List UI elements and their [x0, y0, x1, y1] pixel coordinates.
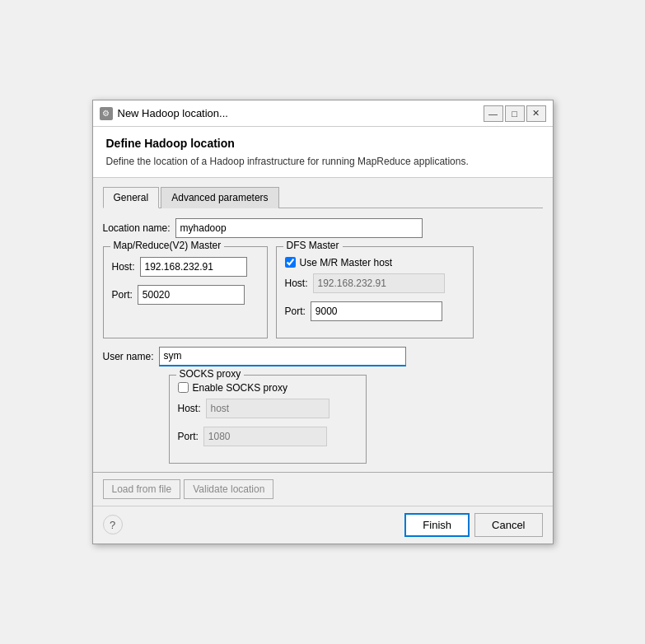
- socks-host-input[interactable]: [206, 399, 330, 418]
- socks-port-input[interactable]: [203, 427, 327, 446]
- username-input[interactable]: [159, 347, 406, 366]
- mr-master-group-title: Map/Reduce(V2) Master: [110, 240, 225, 251]
- mr-master-group: Map/Reduce(V2) Master Host: Port:: [103, 246, 268, 338]
- window-controls: — □ ✕: [484, 105, 546, 122]
- maximize-button[interactable]: □: [505, 105, 525, 122]
- use-mr-host-checkbox[interactable]: [285, 257, 296, 268]
- mr-host-row: Host:: [112, 257, 259, 277]
- dfs-port-input[interactable]: [311, 301, 442, 321]
- mr-host-input[interactable]: [140, 257, 247, 277]
- dialog-bottom: ? Finish Cancel: [93, 506, 553, 544]
- socks-port-row: Port:: [178, 427, 358, 446]
- dialog-header: Define Hadoop location Define the locati…: [93, 127, 553, 178]
- load-from-file-button[interactable]: Load from file: [103, 479, 181, 499]
- mr-port-row: Port:: [112, 285, 259, 305]
- mr-port-label: Port:: [112, 289, 133, 301]
- enable-socks-label: Enable SOCKS proxy: [193, 382, 287, 394]
- window-title: New Hadoop location...: [118, 107, 484, 119]
- cancel-button[interactable]: Cancel: [474, 513, 542, 537]
- dfs-host-label: Host:: [285, 278, 308, 289]
- minimize-button[interactable]: —: [484, 105, 503, 122]
- tab-bar: General Advanced parameters: [103, 186, 543, 208]
- dfs-host-row: Host:: [285, 273, 465, 293]
- socks-host-row: Host:: [178, 399, 358, 418]
- dfs-master-group: DFS Master Use M/R Master host Host: Por…: [276, 246, 474, 338]
- close-button[interactable]: ✕: [526, 105, 546, 122]
- finish-button[interactable]: Finish: [404, 513, 470, 537]
- use-mr-host-label: Use M/R Master host: [300, 257, 393, 268]
- app-icon: ⚙: [100, 107, 113, 120]
- dialog-body: General Advanced parameters Location nam…: [93, 178, 553, 472]
- location-name-input[interactable]: [175, 218, 423, 238]
- location-name-label: Location name:: [103, 222, 171, 234]
- title-bar: ⚙ New Hadoop location... — □ ✕: [93, 100, 553, 127]
- use-mr-host-row: Use M/R Master host: [285, 257, 465, 268]
- socks-proxy-group: SOCKS proxy Enable SOCKS proxy Host: Por…: [169, 375, 367, 464]
- socks-port-label: Port:: [178, 431, 199, 442]
- dialog-title: Define Hadoop location: [106, 137, 540, 150]
- masters-section: Map/Reduce(V2) Master Host: Port: DFS Ma…: [103, 246, 543, 338]
- help-button[interactable]: ?: [103, 515, 123, 534]
- dfs-host-input: [313, 273, 445, 293]
- mr-host-label: Host:: [112, 261, 135, 273]
- validate-location-button[interactable]: Validate location: [184, 479, 273, 499]
- action-buttons-row: Load from file Validate location: [93, 472, 553, 506]
- username-row: User name:: [103, 347, 543, 366]
- dfs-port-label: Port:: [285, 306, 306, 317]
- dfs-master-group-title: DFS Master: [283, 240, 343, 251]
- socks-host-label: Host:: [178, 403, 201, 414]
- dfs-port-row: Port:: [285, 301, 465, 321]
- tab-advanced-parameters[interactable]: Advanced parameters: [161, 187, 278, 208]
- enable-socks-checkbox[interactable]: [178, 382, 189, 393]
- location-name-row: Location name:: [103, 218, 543, 238]
- socks-group-title: SOCKS proxy: [176, 368, 245, 380]
- dialog-window: ⚙ New Hadoop location... — □ ✕ Define Ha…: [92, 100, 554, 544]
- tab-general[interactable]: General: [103, 187, 160, 208]
- username-label: User name:: [103, 351, 154, 362]
- enable-socks-row: Enable SOCKS proxy: [178, 382, 358, 394]
- dialog-description: Define the location of a Hadoop infrastr…: [106, 155, 540, 169]
- bottom-right-buttons: Finish Cancel: [404, 513, 542, 537]
- mr-port-input[interactable]: [138, 285, 245, 305]
